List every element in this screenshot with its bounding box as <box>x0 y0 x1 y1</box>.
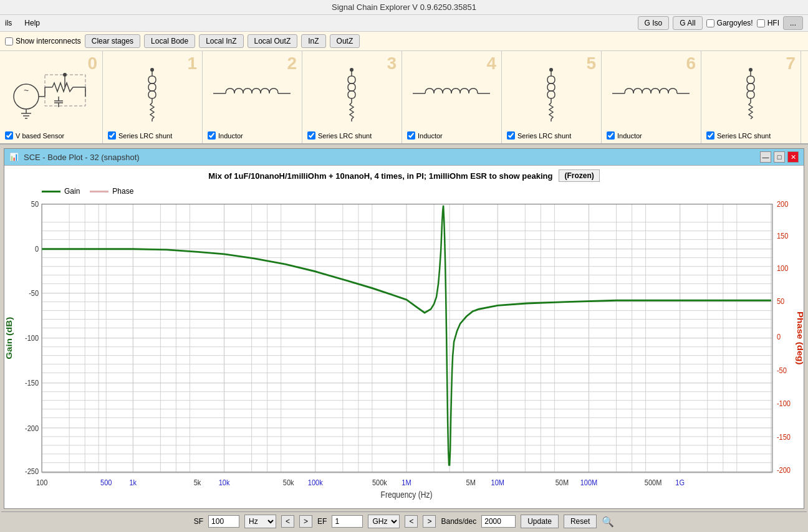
stage-4[interactable]: 4 Inductor <box>402 51 502 143</box>
ef-unit-select[interactable]: GHz MHz Hz <box>368 515 400 528</box>
chart-legend: Gain Phase <box>4 186 804 197</box>
close-button[interactable]: ✕ <box>787 151 799 163</box>
extra-button[interactable]: ... <box>783 16 803 30</box>
svg-text:1M: 1M <box>402 478 411 487</box>
svg-text:-100: -100 <box>777 399 791 408</box>
legend-gain: Gain <box>42 187 80 196</box>
stage-6-label[interactable]: Inductor <box>604 130 698 141</box>
svg-text:500: 500 <box>100 478 112 487</box>
stage-3[interactable]: 3 Series LRC shunt <box>302 51 402 143</box>
legend-phase: Phase <box>90 187 133 196</box>
stage-1-checkbox[interactable] <box>108 131 116 140</box>
stage-4-checkbox[interactable] <box>407 131 415 140</box>
update-button[interactable]: Update <box>521 515 559 528</box>
search-icon[interactable]: 🔍 <box>602 516 614 528</box>
stage-5[interactable]: 5 Series LRC shunt <box>502 51 602 143</box>
bode-window: 📊 SCE - Bode Plot - 32 (snapshot) — □ ✕ … <box>4 148 804 509</box>
svg-text:50: 50 <box>31 199 39 209</box>
sf-prev-button[interactable]: < <box>281 515 294 528</box>
menu-ils[interactable]: ils <box>5 19 12 27</box>
svg-text:-200: -200 <box>25 424 39 433</box>
chart-area: 50 0 -50 -100 -150 -200 -250 Gain (dB) 2… <box>4 197 804 508</box>
hfi-checkbox[interactable] <box>757 19 765 27</box>
stage-1[interactable]: 1 <box>103 51 203 143</box>
stage-4-schematic <box>405 54 499 130</box>
stage-6-checkbox[interactable] <box>607 131 615 140</box>
svg-text:50: 50 <box>777 297 785 306</box>
show-interconnects-label[interactable]: Show interconnects <box>5 37 81 45</box>
gargoyles-checkbox-label[interactable]: Gargoyles! <box>706 19 753 27</box>
stage-3-label[interactable]: Series LRC shunt <box>305 130 399 141</box>
stage-0-label[interactable]: V based Sensor <box>2 130 100 141</box>
svg-text:Phase (deg): Phase (deg) <box>796 311 804 365</box>
sf-unit-select[interactable]: Hz kHz MHz <box>244 515 276 528</box>
plot-title: Mix of 1uF/10nanoH/1milliOhm + 10nanoH, … <box>208 171 552 181</box>
svg-text:50M: 50M <box>556 478 569 487</box>
gain-line-icon <box>42 191 60 192</box>
stage-6[interactable]: 6 Inductor <box>602 51 701 143</box>
stage-7[interactable]: 7 Series LRC shunt <box>701 51 801 143</box>
title-bar: Signal Chain Explorer V 0.9.6250.35851 <box>0 0 808 15</box>
svg-text:1k: 1k <box>130 478 137 487</box>
svg-text:-50: -50 <box>777 366 787 375</box>
phase-line-icon <box>90 191 108 192</box>
stage-0-checkbox[interactable] <box>5 131 13 140</box>
hfi-checkbox-label[interactable]: HFI <box>757 19 779 27</box>
stage-0[interactable]: 0 ~ <box>0 51 103 143</box>
stage-7-label[interactable]: Series LRC shunt <box>704 130 798 141</box>
ef-prev-button[interactable]: < <box>405 515 418 528</box>
maximize-button[interactable]: □ <box>774 151 785 163</box>
svg-text:-250: -250 <box>25 467 39 477</box>
stage-3-schematic <box>305 54 399 130</box>
plot-title-bar: Mix of 1uF/10nanoH/1milliOhm + 10nanoH, … <box>4 166 804 186</box>
g-iso-button[interactable]: G Iso <box>638 16 670 30</box>
show-interconnects-checkbox[interactable] <box>5 37 13 45</box>
svg-text:500M: 500M <box>645 478 662 487</box>
sf-next-button[interactable]: > <box>299 515 312 528</box>
stage-1-label[interactable]: Series LRC shunt <box>105 130 200 141</box>
stage-2-schematic <box>205 54 299 130</box>
toolbar: Show interconnects Clear stages Local Bo… <box>0 32 808 51</box>
stage-3-checkbox[interactable] <box>307 131 315 140</box>
stage-5-label[interactable]: Series LRC shunt <box>504 130 599 141</box>
svg-text:0: 0 <box>777 332 781 341</box>
svg-text:-50: -50 <box>29 289 39 298</box>
local-bode-button[interactable]: Local Bode <box>144 34 195 48</box>
svg-text:-150: -150 <box>25 379 39 388</box>
svg-text:200: 200 <box>777 199 789 209</box>
svg-text:100: 100 <box>777 264 789 273</box>
svg-text:500k: 500k <box>372 478 387 487</box>
clear-stages-button[interactable]: Clear stages <box>85 34 140 48</box>
outz-button[interactable]: OutZ <box>330 34 360 48</box>
g-all-button[interactable]: G All <box>673 16 702 30</box>
sf-input[interactable]: 100 <box>208 515 239 528</box>
minimize-button[interactable]: — <box>760 151 771 163</box>
bands-label: Bands/dec <box>441 517 476 526</box>
svg-text:-200: -200 <box>777 465 791 475</box>
stage-2-label[interactable]: Inductor <box>205 130 299 141</box>
bode-titlebar: 📊 SCE - Bode Plot - 32 (snapshot) — □ ✕ <box>4 149 804 166</box>
window-controls: — □ ✕ <box>760 151 799 163</box>
svg-text:-100: -100 <box>25 334 39 343</box>
stage-4-label[interactable]: Inductor <box>405 130 499 141</box>
bode-icon: 📊 <box>9 153 19 161</box>
inz-button[interactable]: InZ <box>301 34 325 48</box>
stage-5-checkbox[interactable] <box>507 131 515 140</box>
svg-text:10k: 10k <box>219 478 230 487</box>
svg-text:Frequency (Hz): Frequency (Hz) <box>381 490 433 500</box>
ef-next-button[interactable]: > <box>423 515 436 528</box>
svg-text:5k: 5k <box>194 478 201 487</box>
svg-text:100k: 100k <box>308 478 323 487</box>
local-inz-button[interactable]: Local InZ <box>199 34 243 48</box>
stage-2-checkbox[interactable] <box>208 131 216 140</box>
stage-7-checkbox[interactable] <box>706 131 714 140</box>
bands-input[interactable]: 2000 <box>481 515 516 528</box>
reset-button[interactable]: Reset <box>564 515 597 528</box>
app-title: Signal Chain Explorer V 0.9.6250.35851 <box>332 2 476 12</box>
stage-2[interactable]: 2 Inductor <box>203 51 302 143</box>
menu-help[interactable]: Help <box>24 19 40 27</box>
ef-input[interactable]: 1 <box>332 515 363 528</box>
svg-text:5M: 5M <box>466 478 476 487</box>
local-outz-button[interactable]: Local OutZ <box>248 34 298 48</box>
gargoyles-checkbox[interactable] <box>706 19 714 27</box>
